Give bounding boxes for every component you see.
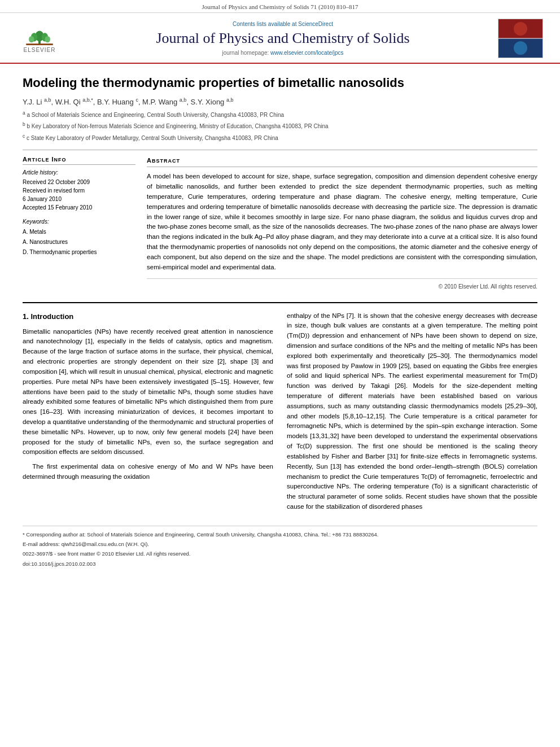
two-column-layout: 1. Introduction Bimetallic nanoparticles… xyxy=(23,311,537,517)
authors-text: Y.J. Li a,b, W.H. Qi a,b,*, B.Y. Huang c… xyxy=(23,98,233,106)
affiliation-c: c c State Key Laboratory of Powder Metal… xyxy=(23,133,537,143)
svg-point-5 xyxy=(45,36,51,42)
footnote-issn: 0022-3697/$ - see front matter © 2010 El… xyxy=(23,550,537,558)
svg-rect-6 xyxy=(26,43,53,45)
sciencedirect-label: Contents lists available at ScienceDirec… xyxy=(73,21,492,27)
affiliations: a a School of Materials Science and Engi… xyxy=(23,110,537,143)
footnote-email: E-mail address: qiwh216@mail.csu.edu.cn … xyxy=(23,540,537,548)
journal-title: Journal of Physics and Chemistry of Soli… xyxy=(73,29,492,47)
elsevier-logo-area: ELSEVIER xyxy=(11,24,68,53)
homepage-label: journal homepage: xyxy=(222,50,269,56)
page: Journal of Physics and Chemistry of Soli… xyxy=(0,0,560,747)
svg-point-11 xyxy=(514,41,527,55)
right-column: enthalpy of the NPs [7]. It is shown tha… xyxy=(287,311,537,517)
left-column: 1. Introduction Bimetallic nanoparticles… xyxy=(23,311,273,517)
affiliation-b: b b Key Laboratory of Non-ferrous Materi… xyxy=(23,121,537,131)
cover-image-svg xyxy=(498,19,542,58)
abstract-section: ABSTRACT A model has been developed to a… xyxy=(147,156,537,291)
homepage-url[interactable]: www.elsevier.com/locate/jpcs xyxy=(270,50,344,56)
body-section: 1. Introduction Bimetallic nanoparticles… xyxy=(23,302,537,517)
article-title: Modeling the thermodynamic properties of… xyxy=(23,75,537,91)
keyword-2: A. Nanostructures xyxy=(23,237,135,247)
history-label: Article history: xyxy=(23,169,135,176)
copyright: © 2010 Elsevier Ltd. All rights reserved… xyxy=(147,278,537,291)
received-date: Received 22 October 2009 xyxy=(23,178,135,186)
svg-point-9 xyxy=(514,22,527,36)
journal-header-center: Contents lists available at ScienceDirec… xyxy=(68,21,498,55)
elsevier-tree-icon xyxy=(25,24,54,46)
keywords-section: Keywords: A. Metals A. Nanostructures D.… xyxy=(23,219,135,257)
journal-header: ELSEVIER Contents lists available at Sci… xyxy=(0,13,560,64)
top-bar: Journal of Physics and Chemistry of Soli… xyxy=(0,0,560,13)
cover-image xyxy=(498,19,543,58)
elsevier-logo: ELSEVIER xyxy=(11,24,68,53)
footnote-area: * Corresponding author at: School of Mat… xyxy=(23,526,537,568)
section-heading: 1. Introduction xyxy=(23,311,273,322)
svg-point-4 xyxy=(29,36,34,42)
journal-homepage: journal homepage: www.elsevier.com/locat… xyxy=(73,50,492,56)
article-info-heading: ARTICLE INFO xyxy=(23,156,135,165)
journal-citation: Journal of Physics and Chemistry of Soli… xyxy=(202,3,358,10)
keyword-1: A. Metals xyxy=(23,227,135,237)
article-info-panel: ARTICLE INFO Article history: Received 2… xyxy=(23,156,135,291)
article-history: Article history: Received 22 October 200… xyxy=(23,169,135,212)
revised-label: Received in revised form xyxy=(23,186,135,195)
revised-date: 6 January 2010 xyxy=(23,195,135,203)
footnote-doi: doi:10.1016/j.jpcs.2010.02.003 xyxy=(23,560,537,568)
right-para-1: enthalpy of the NPs [7]. It is shown tha… xyxy=(287,311,537,512)
abstract-text: A model has been developed to account fo… xyxy=(147,172,537,272)
elsevier-text-label: ELSEVIER xyxy=(24,47,56,53)
affiliation-a: a a School of Materials Science and Engi… xyxy=(23,110,537,120)
footnote-corresponding: * Corresponding author at: School of Mat… xyxy=(23,531,537,539)
intro-para-2: The first experimental data on cohesive … xyxy=(23,462,273,482)
keywords-label: Keywords: xyxy=(23,219,135,225)
accepted-date: Accepted 15 February 2010 xyxy=(23,203,135,212)
abstract-heading: ABSTRACT xyxy=(147,156,537,168)
journal-cover-area xyxy=(498,19,549,58)
authors: Y.J. Li a,b, W.H. Qi a,b,*, B.Y. Huang c… xyxy=(23,97,537,106)
keyword-3: D. Thermodynamic properties xyxy=(23,247,135,257)
intro-para-1: Bimetallic nanoparticles (NPs) have rece… xyxy=(23,327,273,458)
article-content: Modeling the thermodynamic properties of… xyxy=(0,64,560,581)
article-info-abstract-section: ARTICLE INFO Article history: Received 2… xyxy=(23,150,537,291)
